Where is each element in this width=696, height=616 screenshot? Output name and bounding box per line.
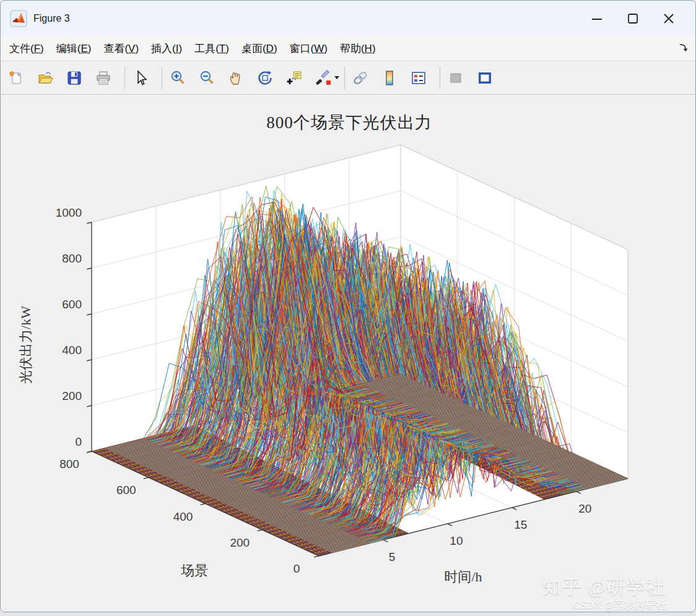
insert-colorbar-icon — [381, 69, 398, 87]
insert-colorbar-button[interactable] — [380, 69, 399, 87]
plot-tools-off-icon — [447, 69, 464, 87]
rotate-3d-button[interactable] — [256, 69, 274, 87]
menu-item-V[interactable]: 查看(V) — [98, 38, 144, 59]
matlab-logo-icon — [10, 10, 27, 27]
dock-figure-button[interactable] — [476, 69, 494, 87]
toolbar-separator — [124, 67, 125, 89]
edit-arrow-button[interactable] — [131, 69, 150, 87]
link-plots-icon — [352, 69, 369, 87]
toolbar-separator — [440, 67, 440, 89]
save-button[interactable] — [65, 69, 84, 87]
zoom-out-icon — [198, 69, 215, 87]
data-cursor-button[interactable] — [285, 69, 303, 87]
pan-hand-icon — [227, 69, 245, 87]
data-cursor-icon — [285, 69, 303, 87]
insert-legend-button[interactable] — [409, 69, 428, 87]
print-icon — [95, 69, 112, 87]
menubar: 文件(F)编辑(E)查看(V)插入(I)工具(T)桌面(D)窗口(W)帮助(H) — [1, 36, 695, 61]
menu-item-E[interactable]: 编辑(E) — [51, 38, 97, 59]
window-title: Figure 3 — [33, 13, 70, 24]
brush-button[interactable] — [314, 69, 333, 87]
rotate-3d-icon — [256, 69, 274, 87]
dock-figure-icon — [476, 69, 494, 87]
maximize-button[interactable] — [615, 5, 651, 32]
save-icon — [66, 69, 83, 87]
menu-item-D[interactable]: 桌面(D) — [237, 38, 282, 59]
dock-arrow-icon[interactable] — [678, 42, 689, 56]
menu-item-H[interactable]: 帮助(H) — [335, 38, 381, 59]
link-plots-button[interactable] — [351, 69, 370, 87]
brush-icon — [315, 69, 332, 87]
toolbar-separator — [162, 67, 162, 89]
insert-legend-icon — [410, 69, 427, 87]
titlebar: Figure 3 — [1, 1, 695, 36]
new-figure-icon — [7, 69, 25, 87]
brush-dropdown-caret[interactable] — [334, 76, 339, 79]
new-figure-button[interactable] — [7, 69, 25, 87]
close-button[interactable] — [651, 5, 687, 32]
menu-item-F[interactable]: 文件(F) — [4, 38, 49, 59]
pan-hand-button[interactable] — [227, 69, 245, 87]
toolbar-separator — [344, 67, 345, 89]
figure-window: Figure 3 文件(F)编辑(E)查看(V)插入(I)工具(T)桌面(D)窗… — [0, 0, 696, 612]
open-folder-icon — [37, 69, 54, 87]
edit-arrow-icon — [132, 69, 149, 87]
zoom-out-button[interactable] — [198, 69, 216, 87]
menu-item-W[interactable]: 窗口(W) — [285, 38, 333, 59]
zoom-in-icon — [169, 69, 186, 87]
print-button[interactable] — [94, 69, 113, 87]
minimize-button[interactable] — [579, 5, 615, 32]
zoom-in-button[interactable] — [168, 69, 187, 87]
menu-item-T[interactable]: 工具(T) — [189, 38, 234, 59]
open-folder-button[interactable] — [36, 69, 54, 87]
toolbar — [1, 61, 695, 95]
plot-tools-off-button[interactable] — [446, 69, 465, 87]
menu-item-I[interactable]: 插入(I) — [146, 38, 187, 59]
